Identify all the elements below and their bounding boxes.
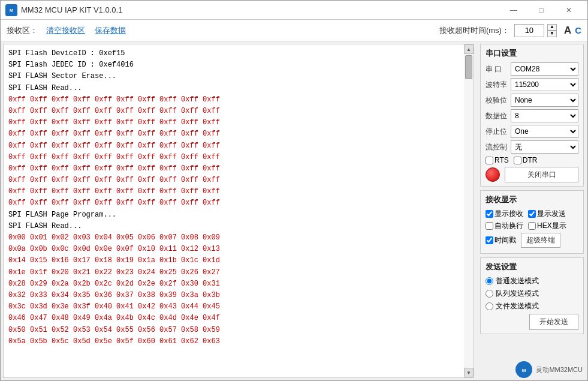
receive-line: 0xff 0xff 0xff 0xff 0xff 0xff 0xff 0xff … xyxy=(8,186,469,197)
file-mode-radio[interactable] xyxy=(486,302,493,310)
logo-circle: M xyxy=(515,361,532,378)
indicator-row: 关闭串口 xyxy=(486,167,578,182)
baud-select[interactable]: 115200 xyxy=(511,78,578,91)
queue-mode-item[interactable]: 队列发送模式 xyxy=(486,289,578,299)
hex-display-checkbox[interactable] xyxy=(528,222,536,230)
receive-line: SPI Flash DeviceID : 0xef15 xyxy=(8,48,469,59)
receive-line: 0xff 0xff 0xff 0xff 0xff 0xff 0xff 0xff … xyxy=(8,117,469,128)
footer-text: 灵动MM32MCU xyxy=(536,365,583,374)
databits-select[interactable]: 8 xyxy=(511,109,578,122)
spin-down-button[interactable]: ▼ xyxy=(547,31,557,37)
rts-dtr-row: RTS DTR xyxy=(486,156,578,164)
show-receive-item[interactable]: 显示接收 xyxy=(486,209,523,219)
port-select[interactable]: COM28 xyxy=(511,62,578,76)
receive-line: 0x32 0x33 0x34 0x35 0x36 0x37 0x38 0x39 … xyxy=(8,290,469,301)
auto-newline-item[interactable]: 自动换行 xyxy=(486,221,523,231)
port-row: 串 口 COM28 xyxy=(486,62,578,76)
scroll-up-arrow[interactable]: ▲ xyxy=(464,44,474,54)
clear-receive-button[interactable]: 清空接收区 xyxy=(43,24,89,37)
super-terminal-button[interactable]: 超级终端 xyxy=(521,233,560,248)
show-send-item[interactable]: 显示发送 xyxy=(528,209,566,219)
databits-label: 数据位 xyxy=(486,111,508,121)
receive-line: SPI FLASH Page Program... xyxy=(8,209,469,221)
receive-line: SPI FLASH Read... xyxy=(8,83,469,94)
receive-area-label: 接收区： xyxy=(7,25,38,36)
receive-line: 0x14 0x15 0x16 0x17 0x18 0x19 0x1a 0x1b … xyxy=(8,255,469,266)
timeout-input[interactable] xyxy=(514,24,544,37)
receive-line: 0xff 0xff 0xff 0xff 0xff 0xff 0xff 0xff … xyxy=(8,163,469,175)
receive-line: SPI FLASH Sector Erase... xyxy=(8,71,469,82)
show-send-checkbox[interactable] xyxy=(528,210,536,218)
rts-label: RTS xyxy=(494,156,509,164)
receive-line: 0xff 0xff 0xff 0xff 0xff 0xff 0xff 0xff … xyxy=(8,140,469,152)
scroll-thumb[interactable] xyxy=(465,55,472,79)
save-data-button[interactable]: 保存数据 xyxy=(91,24,129,37)
font-controls: A C xyxy=(564,25,581,37)
svg-text:M: M xyxy=(10,8,13,13)
dtr-checkbox-item[interactable]: DTR xyxy=(514,156,538,164)
show-send-label: 显示发送 xyxy=(537,209,566,219)
app-title: MM32 MCU IAP KIT V1.0.0.1 xyxy=(21,5,122,14)
flowctrl-label: 流控制 xyxy=(486,142,508,152)
auto-hex-row: 自动换行 HEX显示 xyxy=(486,221,578,231)
timestamp-row: 时间戳 超级终端 xyxy=(486,233,578,248)
timestamp-checkbox[interactable] xyxy=(486,236,493,244)
normal-mode-item[interactable]: 普通发送模式 xyxy=(486,276,578,286)
auto-newline-checkbox[interactable] xyxy=(486,222,493,230)
stopbits-label: 停止位 xyxy=(486,127,508,137)
footer-logo: M 灵动MM32MCU xyxy=(480,361,584,378)
receive-line: SPI FLASH Read... xyxy=(8,221,469,232)
receive-line: SPI Flash JEDEC ID : 0xef4016 xyxy=(8,59,469,71)
stopbits-row: 停止位 One xyxy=(486,125,578,138)
close-serial-button[interactable]: 关闭串口 xyxy=(505,167,578,182)
serial-settings-title: 串口设置 xyxy=(486,48,578,59)
svg-text:M: M xyxy=(522,368,526,373)
rts-checkbox-item[interactable]: RTS xyxy=(486,156,509,164)
main-window: M MM32 MCU IAP KIT V1.0.0.1 — □ ✕ 接收区： 清… xyxy=(0,0,588,381)
receive-line: 0x50 0x51 0x52 0x53 0x54 0x55 0x56 0x57 … xyxy=(8,325,469,336)
receive-text-area[interactable]: SPI Flash DeviceID : 0xef15SPI Flash JED… xyxy=(4,44,474,377)
start-send-button[interactable]: 开始发送 xyxy=(529,314,578,330)
maximize-button[interactable]: □ xyxy=(527,1,555,20)
font-refresh-button[interactable]: C xyxy=(575,25,581,35)
receive-line: 0x46 0x47 0x48 0x49 0x4a 0x4b 0x4c 0x4d … xyxy=(8,313,469,324)
parity-label: 校验位 xyxy=(486,95,508,106)
stopbits-select[interactable]: One xyxy=(511,125,578,138)
send-btn-row: 开始发送 xyxy=(486,314,578,330)
scroll-down-arrow[interactable]: ▼ xyxy=(464,368,474,377)
minimize-button[interactable]: — xyxy=(500,1,527,20)
close-button[interactable]: ✕ xyxy=(555,1,583,20)
show-receive-checkbox[interactable] xyxy=(486,210,493,218)
title-bar-left: M MM32 MCU IAP KIT V1.0.0.1 xyxy=(5,4,122,16)
flowctrl-select[interactable]: 无 xyxy=(511,140,578,154)
serial-settings-section: 串口设置 串 口 COM28 波特率 115200 校验位 xyxy=(480,44,584,187)
led-indicator xyxy=(486,167,500,182)
send-settings-title: 发送设置 xyxy=(486,262,578,272)
scroll-track[interactable] xyxy=(464,54,474,368)
app-logo: M xyxy=(5,4,17,16)
rts-checkbox[interactable] xyxy=(486,157,493,164)
queue-mode-radio[interactable] xyxy=(486,290,493,298)
file-mode-label: 文件发送模式 xyxy=(496,301,539,311)
parity-select[interactable]: None xyxy=(511,94,578,107)
hex-display-label: HEX显示 xyxy=(537,221,566,231)
hex-display-item[interactable]: HEX显示 xyxy=(528,221,566,231)
baud-row: 波特率 115200 xyxy=(486,78,578,91)
normal-mode-radio[interactable] xyxy=(486,277,493,285)
spin-up-button[interactable]: ▲ xyxy=(547,24,557,31)
receive-display-title: 接收显示 xyxy=(486,194,578,205)
window-controls: — □ ✕ xyxy=(500,1,583,20)
queue-mode-label: 队列发送模式 xyxy=(496,289,539,299)
vertical-scrollbar[interactable]: ▲ ▼ xyxy=(464,44,474,377)
show-receive-label: 显示接收 xyxy=(494,209,523,219)
font-size-a-button[interactable]: A xyxy=(564,25,571,37)
send-settings-section: 发送设置 普通发送模式 队列发送模式 文件发送模式 xyxy=(480,257,584,334)
timeout-label: 接收超时时间(ms)： xyxy=(439,25,509,36)
receive-area: SPI Flash DeviceID : 0xef15SPI Flash JED… xyxy=(3,44,474,378)
dtr-checkbox[interactable] xyxy=(514,157,521,164)
timestamp-item[interactable]: 时间戳 xyxy=(486,235,516,245)
receive-line: 0x00 0x01 0x02 0x03 0x04 0x05 0x06 0x07 … xyxy=(8,232,469,244)
file-mode-item[interactable]: 文件发送模式 xyxy=(486,301,578,311)
main-content: SPI Flash DeviceID : 0xef15SPI Flash JED… xyxy=(1,41,587,380)
receive-line: 0x0a 0x0b 0x0c 0x0d 0x0e 0x0f 0x10 0x11 … xyxy=(8,244,469,255)
